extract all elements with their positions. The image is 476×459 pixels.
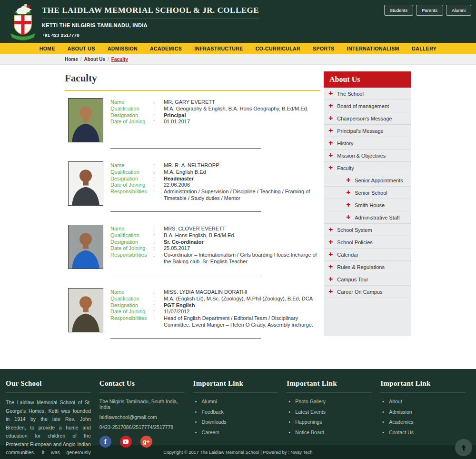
footer-link-academics[interactable]: Academics xyxy=(389,419,466,425)
facebook-icon[interactable]: f xyxy=(99,436,111,448)
faculty-field-row: Date of Joining01.01.2017 xyxy=(110,119,320,125)
sidebar-item-smith-house[interactable]: ✚Smith House xyxy=(324,199,411,211)
red-cross-icon: ✚ xyxy=(328,239,333,245)
site-header: THE LAIDLAW MEMORIAL SCHOOL & JR. COLLEG… xyxy=(0,0,476,43)
header-button-students[interactable]: Students xyxy=(384,5,414,16)
footer-our-school: Our School The Laidlaw Memorial School o… xyxy=(4,379,98,445)
faculty-field-row: ResponsibilitiesAdministration / Supervi… xyxy=(110,189,320,202)
sidebar-item-faculty[interactable]: ✚Faculty xyxy=(324,162,411,174)
field-label: Responsibilities xyxy=(110,252,153,265)
breadcrumb-link-about-us[interactable]: About Us xyxy=(84,57,105,62)
nav-item-admission[interactable]: ADMISSION xyxy=(108,46,138,51)
scroll-to-top-button[interactable] xyxy=(455,439,472,456)
faculty-field-row: NameMR. R. A. NELTHROPP xyxy=(110,162,320,169)
header-buttons: StudentsParentsAlumni xyxy=(384,5,471,16)
field-value: MR. GARY EVERETT xyxy=(164,99,320,106)
nav-item-academics[interactable]: ACADEMICS xyxy=(150,46,182,51)
footer-heading-our-school: Our School xyxy=(6,379,91,393)
sidebar-item-administrative-staff[interactable]: ✚Administrative Staff xyxy=(324,211,411,224)
field-value: 01.01.2017 xyxy=(164,119,320,125)
footer-link-admission[interactable]: Admission xyxy=(389,409,466,415)
sidebar-item-history[interactable]: ✚History xyxy=(324,137,411,150)
breadcrumb-link-home[interactable]: Home xyxy=(65,57,78,62)
sidebar-item-campus-tour[interactable]: ✚Campus Tour xyxy=(324,273,411,286)
faculty-field-row: DesignationSr. Co-ordinator xyxy=(110,239,320,246)
sidebar-item-rules-regulations[interactable]: ✚Rules & Regulations xyxy=(324,261,411,273)
sidebar-item-label: Board of management xyxy=(337,103,389,109)
sidebar-item-chairperson-s-message[interactable]: ✚Chairperson's Message xyxy=(324,112,411,125)
contact-line: 0423-2517086/2517774/2517778 xyxy=(99,424,185,430)
red-cross-icon: ✚ xyxy=(346,178,350,183)
field-value: MR. R. A. NELTHROPP xyxy=(164,162,320,169)
entry-divider xyxy=(110,148,261,149)
footer-heading-contact-us: Contact Us xyxy=(99,379,185,393)
sidebar-item-senior-school[interactable]: ✚Senior School xyxy=(324,187,411,199)
breadcrumb-link-faculty[interactable]: Faculty xyxy=(111,57,128,62)
header-button-parents[interactable]: Parents xyxy=(416,5,443,16)
field-value: Co-ordinator – Internationalism / Girls … xyxy=(164,252,320,265)
sidebar-item-label: School Policies xyxy=(337,239,373,245)
field-colon xyxy=(153,226,164,232)
nav-item-co-curricular[interactable]: CO-CURRICULAR xyxy=(256,46,300,51)
sidebar-item-label: Senior School xyxy=(355,190,387,196)
footer-link-happenings[interactable]: Happenings xyxy=(295,419,372,425)
field-label: Responsibilities xyxy=(110,189,153,202)
footer-heading-important-link: Important Link xyxy=(287,379,372,393)
red-cross-icon: ✚ xyxy=(346,190,350,195)
breadcrumb-separator: / xyxy=(80,57,82,62)
red-cross-icon: ✚ xyxy=(328,252,333,257)
faculty-photo xyxy=(68,225,103,269)
social-icons: fg+ xyxy=(99,436,185,448)
google-plus-icon[interactable]: g+ xyxy=(140,436,152,448)
header-button-alumni[interactable]: Alumni xyxy=(446,5,471,16)
sidebar-item-mission-objectives[interactable]: ✚Mission & Objectives xyxy=(324,150,411,162)
sidebar-item-career-on-campus[interactable]: ✚Career On Campus xyxy=(324,286,411,298)
field-colon xyxy=(153,296,164,302)
nav-item-home[interactable]: HOME xyxy=(40,46,55,51)
footer-link-about[interactable]: About xyxy=(389,399,466,404)
field-value: MISS. LYDIA MAGDALIN DORATHI xyxy=(164,289,320,296)
field-value: M.A. English B.Ed xyxy=(164,169,320,176)
nav-item-internationalism[interactable]: INTERNATIONALISM xyxy=(347,46,399,51)
sidebar-item-school-policies[interactable]: ✚School Policies xyxy=(324,236,411,249)
faculty-details: NameMISS. LYDIA MAGDALIN DORATHIQualific… xyxy=(103,288,320,332)
field-value: PGT English xyxy=(164,302,320,309)
red-cross-icon: ✚ xyxy=(328,165,333,170)
red-cross-icon: ✚ xyxy=(346,215,350,220)
field-label: Name xyxy=(110,162,153,169)
youtube-icon[interactable] xyxy=(120,436,132,448)
footer-link-alumni[interactable]: Alumni xyxy=(202,399,278,404)
field-value: Sr. Co-ordinator xyxy=(164,239,320,246)
sidebar-item-principal-s-message[interactable]: ✚Principal's Message xyxy=(324,125,411,137)
sidebar-item-school-system[interactable]: ✚School System xyxy=(324,224,411,236)
field-label: Date of Joining xyxy=(110,245,153,252)
field-label: Date of Joining xyxy=(110,182,153,189)
faculty-entry: NameMR. GARY EVERETTQualificationM.A. Ge… xyxy=(65,98,320,149)
sidebar-item-board-of-management[interactable]: ✚Board of management xyxy=(324,100,411,112)
nav-item-about-us[interactable]: ABOUT US xyxy=(68,46,95,51)
faculty-field-row: ResponsibilitiesCo-ordinator – Internati… xyxy=(110,252,320,265)
faculty-field-row: DesignationHeadmaster xyxy=(110,176,320,182)
field-value: B.A. Hons English, B.Ed/M.Ed. xyxy=(164,232,320,239)
sidebar-item-the-school[interactable]: ✚The School xyxy=(324,88,411,100)
footer-link-contact-us[interactable]: Contact Us xyxy=(389,429,466,435)
field-label: Name xyxy=(110,99,153,106)
nav-item-sports[interactable]: SPORTS xyxy=(313,46,335,51)
sidebar-item-senior-appointments[interactable]: ✚Senior Appointments xyxy=(324,174,411,187)
faculty-content: Faculty NameMR. GARY EVERETTQualificatio… xyxy=(65,65,320,351)
nav-item-infrastructure[interactable]: INFRASTRUCTURE xyxy=(194,46,243,51)
nav-item-gallery[interactable]: GALLERY xyxy=(412,46,437,51)
sidebar-item-calendar[interactable]: ✚Calendar xyxy=(324,249,411,261)
field-value: M.A. (English Lit), M.Sc. (Zoology), M.P… xyxy=(164,296,320,302)
footer-link-photo-gallery[interactable]: Photo Gallery xyxy=(295,399,372,404)
footer-link-downloads[interactable]: Downloads xyxy=(202,419,278,425)
footer-link-notice-board[interactable]: Notice Board xyxy=(295,429,372,435)
footer-link-latest-events[interactable]: Latest Events xyxy=(295,409,372,415)
footer-link-careers[interactable]: Careers xyxy=(202,429,278,435)
footer-link-feedback[interactable]: Feedback xyxy=(202,409,278,415)
sidebar-item-label: Smith House xyxy=(355,202,385,208)
red-cross-icon: ✚ xyxy=(328,140,333,146)
footer-important-links-1: Important LinkAlumniFeedbackDownloadsCar… xyxy=(191,379,285,445)
field-value: MRS. CLOVER EVERETT xyxy=(164,226,320,232)
field-value: 11/07/2012 xyxy=(164,309,320,315)
